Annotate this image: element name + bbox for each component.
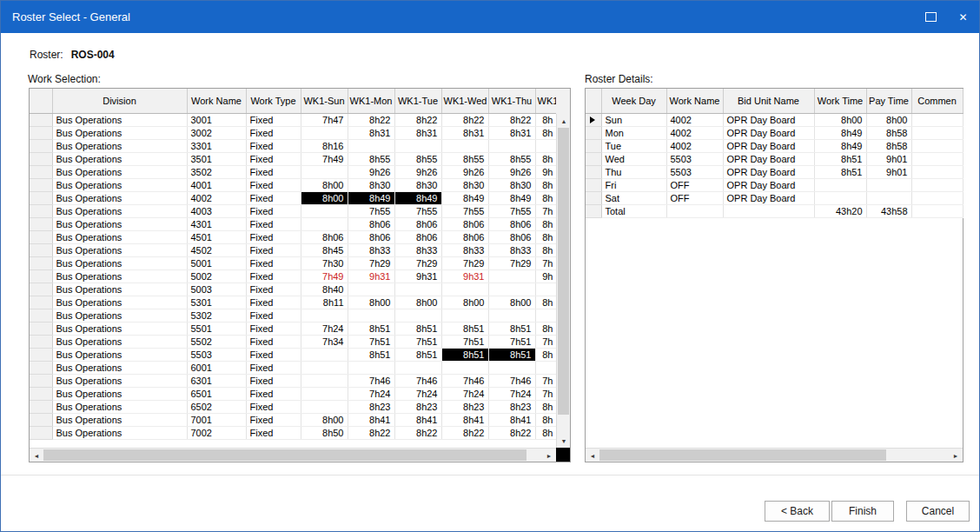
row-selector[interactable] [30,179,52,192]
column-header[interactable]: Work Time [814,89,866,114]
time-cell[interactable] [348,362,394,375]
week-day-cell[interactable]: Fri [601,179,666,192]
time-cell[interactable]: 8h [535,127,556,140]
time-cell[interactable] [394,283,441,296]
time-cell[interactable]: 8h33 [394,244,441,257]
time-cell[interactable]: 8h55 [488,153,535,166]
pay-time-cell[interactable]: 9h01 [866,166,911,179]
bid-unit-cell[interactable]: OPR Day Board [723,192,814,205]
division-cell[interactable]: Bus Operations [52,388,187,401]
work-name-cell[interactable]: 6502 [187,401,246,414]
time-cell[interactable] [488,140,535,153]
time-cell[interactable] [441,283,488,296]
work-name-cell[interactable]: 3001 [187,114,246,127]
time-cell[interactable]: 8h06 [394,218,441,231]
work-type-cell[interactable]: Fixed [246,283,301,296]
division-cell[interactable]: Bus Operations [52,296,187,309]
time-cell[interactable]: 7h46 [488,375,535,388]
work-type-cell[interactable]: Fixed [246,336,301,349]
row-selector[interactable] [30,427,52,440]
time-cell[interactable]: 8h00 [394,296,441,309]
time-cell[interactable]: 8h [535,114,556,127]
division-cell[interactable]: Bus Operations [52,362,187,375]
time-cell[interactable]: 7h [535,388,556,401]
row-selector[interactable] [30,192,52,205]
work-name-cell[interactable]: 5301 [187,296,246,309]
work-time-cell[interactable]: 8h49 [814,127,866,140]
work-type-cell[interactable]: Fixed [246,414,301,427]
time-cell[interactable]: 7h [535,205,556,218]
pay-time-cell[interactable]: 8h00 [866,114,911,127]
time-cell[interactable]: 7h55 [441,205,488,218]
division-cell[interactable]: Bus Operations [52,231,187,244]
work-name-cell[interactable]: 5503 [666,153,723,166]
time-cell[interactable]: 8h31 [394,127,441,140]
time-cell[interactable]: 8h31 [441,127,488,140]
division-cell[interactable]: Bus Operations [52,401,187,414]
work-name-cell[interactable]: 3501 [187,153,246,166]
division-cell[interactable]: Bus Operations [52,114,187,127]
time-cell[interactable] [301,127,348,140]
division-cell[interactable]: Bus Operations [52,127,187,140]
time-cell[interactable]: 8h22 [348,114,394,127]
time-cell[interactable]: 7h51 [441,336,488,349]
time-cell[interactable]: 8h00 [301,179,348,192]
pay-time-cell[interactable]: 8h58 [866,127,911,140]
work-type-cell[interactable]: Fixed [246,375,301,388]
time-cell[interactable]: 8h00 [488,296,535,309]
division-cell[interactable]: Bus Operations [52,218,187,231]
division-cell[interactable]: Bus Operations [52,244,187,257]
time-cell[interactable]: 7h30 [301,257,348,270]
time-cell[interactable] [301,375,348,388]
work-type-cell[interactable]: Fixed [246,349,301,362]
time-cell[interactable]: 8h22 [488,114,535,127]
row-selector[interactable] [30,362,52,375]
column-header[interactable]: WK1-Tue [394,89,441,114]
time-cell[interactable]: 8h [535,231,556,244]
work-name-cell[interactable]: 6301 [187,375,246,388]
time-cell[interactable]: 8h49 [441,192,488,205]
time-cell[interactable]: 9h26 [488,166,535,179]
week-day-cell[interactable]: Mon [601,127,666,140]
pay-time-cell[interactable] [866,179,911,192]
row-selector[interactable] [30,127,52,140]
time-cell[interactable]: 7h [535,375,556,388]
comments-cell[interactable] [911,205,963,218]
column-header[interactable]: Work Name [187,89,246,114]
time-cell[interactable] [301,166,348,179]
vertical-scrollbar[interactable]: ▲ ▼ [556,114,570,448]
time-cell[interactable] [535,283,556,296]
time-cell[interactable]: 7h47 [301,114,348,127]
work-type-cell[interactable]: Fixed [246,114,301,127]
comments-cell[interactable] [911,166,963,179]
time-cell[interactable]: 7h51 [394,336,441,349]
cancel-button[interactable]: Cancel [906,501,970,522]
work-name-cell[interactable]: 5003 [187,283,246,296]
pay-time-cell[interactable] [866,192,911,205]
time-cell[interactable]: 9h [535,166,556,179]
horizontal-scroll-thumb[interactable] [599,449,886,461]
vertical-scroll-thumb[interactable] [558,128,569,415]
work-time-cell[interactable]: 8h51 [814,166,866,179]
time-cell[interactable]: 7h51 [488,336,535,349]
time-cell[interactable]: 8h00 [301,192,348,205]
time-cell[interactable]: 7h34 [301,336,348,349]
time-cell[interactable] [394,140,441,153]
work-name-cell[interactable]: OFF [666,179,723,192]
work-time-cell[interactable]: 8h51 [814,153,866,166]
time-cell[interactable]: 8h51 [441,349,488,362]
work-type-cell[interactable]: Fixed [246,140,301,153]
work-type-cell[interactable]: Fixed [246,179,301,192]
time-cell[interactable]: 7h24 [301,323,348,336]
time-cell[interactable]: 8h06 [348,231,394,244]
row-selector[interactable] [30,349,52,362]
time-cell[interactable]: 8h41 [348,414,394,427]
work-type-cell[interactable]: Fixed [246,231,301,244]
division-cell[interactable]: Bus Operations [52,179,187,192]
work-name-cell[interactable]: 3002 [187,127,246,140]
row-selector[interactable] [30,244,52,257]
time-cell[interactable] [488,270,535,283]
row-selector[interactable] [30,218,52,231]
column-header[interactable]: WK1-Wed [441,89,488,114]
time-cell[interactable]: 8h22 [394,427,441,440]
